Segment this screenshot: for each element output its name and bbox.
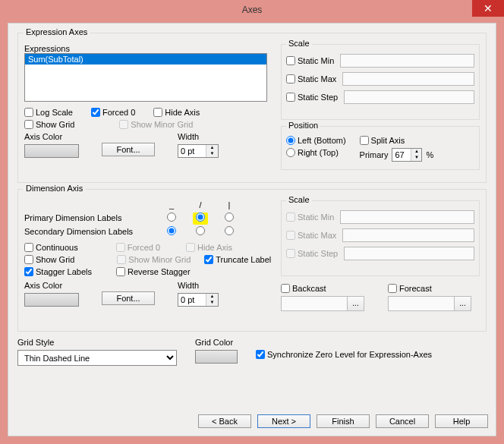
ellipsis-icon[interactable]: ...	[347, 297, 364, 310]
dim-scale-title: Scale	[286, 195, 312, 204]
dim-font-button[interactable]: Font...	[102, 291, 155, 305]
expressions-list[interactable]: Sum(SubTotal)	[24, 53, 267, 102]
dim-width-input[interactable]	[178, 294, 206, 306]
dim-static-max-input	[342, 228, 474, 242]
col-pipe: |	[215, 200, 244, 209]
spin-up-icon[interactable]: ▲	[206, 294, 218, 300]
primary-dim-radio-3[interactable]	[225, 213, 234, 222]
group-title-expression-axes: Expression Axes	[23, 27, 90, 36]
backcast-checkbox[interactable]: Backcast	[281, 284, 373, 293]
highlight-marker	[193, 213, 208, 225]
dim-static-step-checkbox: Static Step	[286, 249, 338, 258]
width-spinner[interactable]: ▲▼	[178, 144, 219, 158]
dim-static-step-input	[344, 247, 474, 260]
expression-axes-group: Expression Axes Expressions Sum(SubTotal…	[17, 33, 487, 183]
forced0-checkbox[interactable]: Forced 0	[91, 108, 135, 117]
static-max-input[interactable]	[342, 72, 474, 86]
stagger-checkbox[interactable]: Stagger Labels	[24, 267, 92, 276]
forecast-field[interactable]: ...	[388, 296, 471, 311]
axis-color-label: Axis Color	[24, 132, 79, 141]
button-row: < Back Next > Finish Cancel Help	[8, 414, 496, 428]
col-slash: /	[186, 200, 215, 209]
show-minor-grid-checkbox: Show Minor Grid	[119, 120, 193, 129]
static-min-checkbox[interactable]: Static Min	[286, 56, 334, 65]
continuous-checkbox[interactable]: Continuous	[24, 243, 78, 252]
axis-color-swatch[interactable]	[24, 144, 79, 158]
reverse-stagger-checkbox[interactable]: Reverse Stagger	[116, 267, 191, 276]
dim-axis-color-swatch[interactable]	[24, 293, 79, 307]
dim-static-min-checkbox: Static Min	[286, 213, 334, 222]
grid-color-label: Grid Color	[195, 338, 238, 347]
titlebar: Axes ✕	[0, 0, 504, 20]
spin-up-icon[interactable]: ▲	[206, 145, 218, 151]
split-axis-checkbox[interactable]: Split Axis	[360, 136, 434, 145]
position-title: Position	[286, 121, 320, 130]
expression-item[interactable]: Sum(SubTotal)	[25, 54, 266, 65]
spin-up-icon[interactable]: ▲	[411, 149, 421, 155]
back-button[interactable]: < Back	[198, 414, 251, 428]
font-button[interactable]: Font...	[102, 143, 155, 156]
show-grid-checkbox[interactable]: Show Grid	[24, 120, 74, 129]
static-step-checkbox[interactable]: Static Step	[286, 93, 338, 102]
static-min-input[interactable]	[340, 54, 474, 68]
dim-width-label: Width	[178, 281, 219, 290]
position-group: Position Left (Bottom) Right (Top) Split…	[281, 126, 480, 170]
static-max-checkbox[interactable]: Static Max	[286, 74, 336, 83]
secondary-dim-radio-2[interactable]	[196, 226, 205, 235]
dim-scale-group: Scale Static Min Static Max Static Step	[281, 200, 480, 276]
dim-static-max-checkbox: Static Max	[286, 231, 336, 240]
finish-button[interactable]: Finish	[317, 414, 370, 428]
next-button[interactable]: Next >	[257, 414, 310, 428]
ellipsis-icon[interactable]: ...	[454, 297, 471, 310]
col-underscore: _	[157, 200, 186, 209]
close-icon: ✕	[484, 2, 493, 14]
spin-down-icon[interactable]: ▼	[411, 155, 421, 161]
spin-down-icon[interactable]: ▼	[206, 300, 218, 306]
dim-show-grid-checkbox[interactable]: Show Grid	[24, 255, 74, 264]
truncate-checkbox[interactable]: Truncate Label	[204, 255, 271, 264]
hide-axis-checkbox[interactable]: Hide Axis	[153, 108, 200, 117]
grid-style-label: Grid Style	[17, 338, 177, 347]
dim-axis-color-label: Axis Color	[24, 281, 79, 290]
cancel-button[interactable]: Cancel	[376, 414, 429, 428]
dimension-axis-group: Dimension Axis _ / | Primary Dimension L…	[17, 189, 487, 332]
group-title-dimension-axis: Dimension Axis	[23, 184, 86, 193]
secondary-dim-radio-1[interactable]	[167, 226, 176, 235]
dialog-content: Expression Axes Expressions Sum(SubTotal…	[8, 23, 496, 436]
window-title: Axes	[242, 5, 263, 15]
dim-hide-axis-checkbox: Hide Axis	[186, 243, 232, 252]
pct-label: %	[426, 150, 433, 159]
spin-down-icon[interactable]: ▼	[206, 151, 218, 157]
primary-label: Primary	[360, 150, 389, 159]
primary-dim-radio-2[interactable]	[196, 213, 205, 222]
position-left-radio[interactable]: Left (Bottom)	[286, 136, 346, 145]
expr-scale-title: Scale	[286, 39, 312, 48]
dim-static-min-input	[340, 210, 474, 224]
primary-input[interactable]	[392, 149, 411, 161]
primary-spinner[interactable]: ▲▼	[392, 148, 422, 162]
dim-forced0-checkbox: Forced 0	[116, 243, 160, 252]
secondary-dim-label: Secondary Dimension Labels	[24, 227, 157, 236]
close-button[interactable]: ✕	[472, 0, 504, 17]
width-label: Width	[178, 132, 219, 141]
position-right-radio[interactable]: Right (Top)	[286, 148, 346, 157]
forecast-checkbox[interactable]: Forecast	[388, 284, 480, 293]
secondary-dim-radio-3[interactable]	[225, 226, 234, 235]
static-step-input[interactable]	[344, 90, 474, 104]
primary-dim-label: Primary Dimension Labels	[24, 213, 157, 222]
grid-color-swatch[interactable]	[195, 350, 238, 364]
log-scale-checkbox[interactable]: Log Scale	[24, 108, 73, 117]
expressions-label: Expressions	[24, 44, 272, 53]
dim-show-minor-grid-checkbox: Show Minor Grid	[117, 255, 191, 264]
sync-zero-checkbox[interactable]: Synchronize Zero Level for Expression-Ax…	[256, 350, 432, 359]
help-button[interactable]: Help	[435, 414, 488, 428]
width-input[interactable]	[178, 145, 206, 157]
primary-dim-radio-1[interactable]	[167, 213, 176, 222]
expr-scale-group: Scale Static Min Static Max Static Step	[281, 44, 480, 120]
grid-style-select[interactable]: Thin Dashed Line	[17, 350, 177, 366]
dim-width-spinner[interactable]: ▲▼	[178, 293, 219, 307]
backcast-field[interactable]: ...	[281, 296, 364, 311]
